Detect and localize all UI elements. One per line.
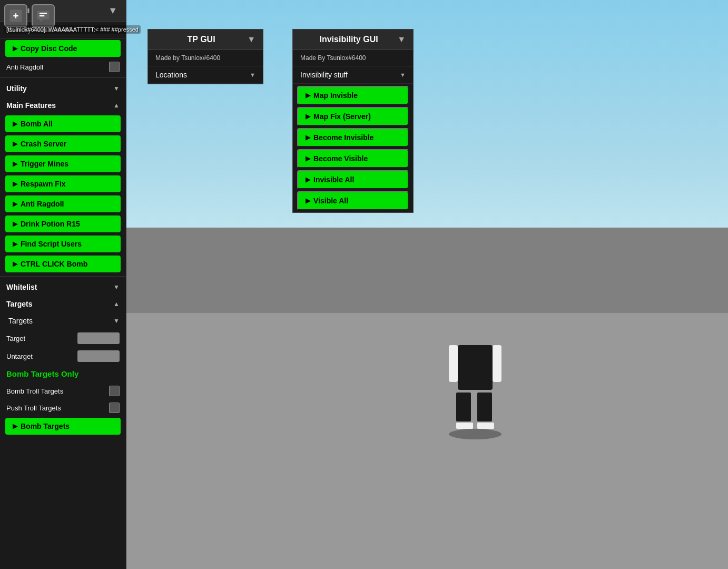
map-invis-cursor-icon: ▶	[306, 92, 310, 99]
visible-all-cursor-icon: ▶	[306, 197, 310, 204]
drink-potion-button[interactable]: ▶ Drink Potion R15	[5, 215, 121, 232]
map-invisible-button[interactable]: ▶ Map Invisble	[297, 86, 409, 105]
tp-locations-arrow-icon: ▼	[250, 72, 255, 78]
tp-made-by: Made by Tsuniox#6400	[148, 50, 263, 66]
trigger-mines-cursor-icon: ▶	[13, 160, 17, 168]
target-label: Target	[6, 335, 25, 342]
utility-label: Utility	[6, 84, 27, 93]
crash-server-button[interactable]: ▶ Crash Server	[5, 135, 121, 152]
utility-arrow-icon: ▼	[113, 85, 120, 92]
anti-ragdoll-cursor-icon: ▶	[13, 200, 17, 208]
targets-arrow-icon: ▲	[113, 300, 120, 308]
target-row: Target	[0, 329, 126, 347]
find-script-users-button[interactable]: ▶ Find Script Users	[5, 236, 121, 252]
visible-all-button[interactable]: ▶ Visible All	[297, 191, 409, 210]
char-left-arm	[449, 345, 458, 382]
char-legs	[457, 393, 494, 429]
svg-rect-1	[37, 11, 49, 19]
copy-disc-code-button[interactable]: ▶ Copy Disc Code	[5, 40, 121, 57]
untarget-label: Untarget	[6, 352, 33, 360]
targets-section-header[interactable]: Targets ▲	[0, 296, 126, 312]
bomb-troll-checkbox[interactable]	[109, 386, 120, 396]
tp-locations-label: Locations	[155, 71, 187, 79]
push-troll-label: Push Troll Targets	[6, 404, 61, 412]
bomb-targets-only-label: Bomb Targets Only	[0, 365, 126, 382]
chat-overlay: [tsuiniox#6400]: WAAAAAATTTTT:< ### ##pr…	[4, 25, 141, 34]
push-troll-row: Push Troll Targets	[0, 399, 126, 416]
char-arms	[449, 345, 501, 390]
copy-disc-cursor-icon: ▶	[13, 45, 17, 52]
become-invis-cursor-icon: ▶	[306, 134, 310, 141]
become-visible-cursor-icon: ▶	[306, 155, 310, 162]
invis-title: Invisibility GUI	[300, 35, 397, 44]
divider-1	[0, 77, 126, 78]
tp-panel-header: TP GUI ▼	[148, 30, 263, 50]
char-left-leg	[456, 393, 473, 429]
bomb-targets-button[interactable]: ▶ Bomb Targets	[5, 418, 121, 435]
invisible-all-button[interactable]: ▶ Invisible All	[297, 170, 409, 189]
invis-panel-header: Invisibility GUI ▼	[293, 30, 413, 50]
crash-server-cursor-icon: ▶	[13, 140, 17, 148]
game-icon	[8, 8, 23, 23]
invis-stuff-label: Invisibility stuff	[300, 71, 348, 79]
drink-potion-cursor-icon: ▶	[13, 220, 17, 228]
bomb-troll-label: Bomb Troll Targets	[6, 387, 63, 395]
become-invisible-button[interactable]: ▶ Become Invisible	[297, 128, 409, 147]
tp-panel: TP GUI ▼ Made by Tsuniox#6400 Locations …	[147, 29, 263, 84]
tp-locations-header[interactable]: Locations ▼	[148, 66, 263, 84]
bomb-all-button[interactable]: ▶ Bomb All	[5, 115, 121, 132]
chat-icon	[36, 8, 51, 23]
push-troll-checkbox[interactable]	[109, 403, 120, 413]
bomb-all-cursor-icon: ▶	[13, 120, 17, 127]
untarget-row: Untarget	[0, 347, 126, 365]
char-right-arm	[493, 345, 501, 382]
char-right-leg	[477, 393, 494, 429]
ctrl-click-cursor-icon: ▶	[13, 260, 17, 268]
ragdoll-panel: Ragdoll GUI ▼ Made By Tsuniox#6400 ▶ Cop…	[0, 0, 126, 569]
anti-ragdoll-checkbox[interactable]	[109, 62, 120, 72]
untarget-input[interactable]	[77, 350, 120, 362]
anti-ragdoll-row: Anti Ragdoll	[0, 58, 126, 75]
targets-label: Targets	[6, 300, 33, 308]
targets-sub-arrow-icon: ▼	[113, 317, 120, 325]
tp-title: TP GUI	[155, 35, 247, 44]
map-fix-server-button[interactable]: ▶ Map Fix (Server)	[297, 107, 409, 126]
main-features-label: Main Features	[6, 101, 56, 110]
bomb-troll-row: Bomb Troll Targets	[0, 382, 126, 399]
target-input[interactable]	[77, 332, 120, 344]
char-shadow	[449, 429, 501, 439]
invis-close-btn[interactable]: ▼	[397, 35, 406, 44]
whitelist-arrow-icon: ▼	[113, 283, 120, 291]
map-fix-cursor-icon: ▶	[306, 113, 310, 120]
anti-ragdoll-label: Anti Ragdoll	[6, 63, 43, 71]
become-visible-button[interactable]: ▶ Become Visible	[297, 149, 409, 168]
player-character	[444, 358, 507, 474]
main-features-section-header[interactable]: Main Features ▲	[0, 97, 126, 114]
invis-made-by: Made By Tsuniox#6400	[293, 50, 413, 66]
invis-panel: Invisibility GUI ▼ Made By Tsuniox#6400 …	[292, 29, 414, 213]
top-icon-bar	[4, 4, 55, 27]
targets-sub-label: Targets	[8, 317, 33, 325]
trigger-mines-button[interactable]: ▶ Trigger Mines	[5, 155, 121, 172]
anti-ragdoll-button[interactable]: ▶ Anti Ragdoll	[5, 195, 121, 212]
chat-line-1: [tsuiniox#6400]: WAAAAAATTTTT:< ### ##pr…	[6, 26, 139, 33]
game-icon-button[interactable]	[4, 4, 27, 27]
invis-all-cursor-icon: ▶	[306, 176, 310, 183]
invis-stuff-header[interactable]: Invisibility stuff ▼	[293, 66, 413, 84]
respawn-fix-cursor-icon: ▶	[13, 180, 17, 188]
find-script-cursor-icon: ▶	[13, 240, 17, 248]
respawn-fix-button[interactable]: ▶ Respawn Fix	[5, 175, 121, 192]
whitelist-section-header[interactable]: Whitelist ▼	[0, 279, 126, 296]
targets-sub-header[interactable]: Targets ▼	[0, 312, 126, 329]
tp-close-btn[interactable]: ▼	[247, 35, 255, 44]
divider-2	[0, 276, 126, 277]
invis-stuff-arrow-icon: ▼	[400, 72, 406, 78]
whitelist-label: Whitelist	[6, 283, 37, 291]
main-features-arrow-icon: ▲	[113, 102, 120, 109]
chat-icon-button[interactable]	[32, 4, 55, 27]
char-torso	[458, 345, 493, 390]
utility-section-header[interactable]: Utility ▼	[0, 80, 126, 97]
bomb-targets-cursor-icon: ▶	[13, 423, 17, 430]
ragdoll-close-btn[interactable]: ▼	[106, 5, 120, 16]
ctrl-click-bomb-button[interactable]: ▶ CTRL CLICK Bomb	[5, 256, 121, 272]
